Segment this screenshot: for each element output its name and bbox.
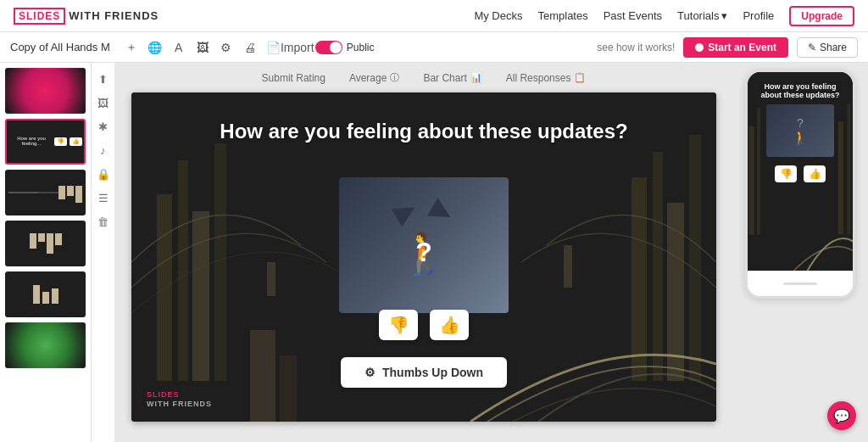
- toggle-knob: [330, 42, 342, 53]
- logo-slides: SLIDES: [14, 8, 65, 25]
- share-icon: ✎: [808, 42, 816, 53]
- public-label: Public: [347, 42, 375, 53]
- slide-thumbnails: How are you feeling... 👎👍: [0, 63, 92, 442]
- nav-past-events[interactable]: Past Events: [604, 9, 662, 22]
- tab-bar: Submit Rating Average ⓘ Bar Chart 📊 All …: [259, 70, 590, 86]
- branding-slides: SLIDES: [147, 390, 212, 400]
- thumb-inner-4: [7, 222, 84, 265]
- right-panel: How are you feeling about these updates?…: [732, 63, 868, 442]
- thumb-inner-5: [7, 273, 84, 316]
- add-icon[interactable]: ＋: [120, 36, 142, 59]
- phone-thumbs-up[interactable]: 👍: [804, 165, 826, 182]
- slide-main-image: ▶ ▶ ? 🚶: [339, 177, 509, 313]
- phone-home-indicator: [783, 283, 817, 285]
- tab-all-responses[interactable]: All Responses 📋: [503, 70, 590, 86]
- svg-rect-10: [564, 245, 572, 288]
- top-nav: SLIDES WITH FRIENDS My Decks Templates P…: [0, 0, 868, 32]
- slide-image-inner: ▶ ▶ ? 🚶: [339, 177, 509, 313]
- list-icon[interactable]: ☰: [94, 188, 113, 207]
- svg-rect-12: [280, 355, 297, 422]
- phone-thumbs-down[interactable]: 👎: [775, 165, 797, 182]
- deck-title: Copy of All Hands M: [10, 41, 110, 53]
- print-icon[interactable]: 🖨: [239, 36, 261, 59]
- start-event-button[interactable]: Start an Event: [683, 37, 788, 58]
- record-icon: [695, 43, 704, 52]
- thumbs-up-down-label-button[interactable]: ⚙ Thumbs Up Down: [341, 357, 507, 388]
- side-tools: ⬆ 🖼 ✱ ♪ 🔒 ☰ 🗑: [92, 63, 115, 442]
- thumbs-up-button[interactable]: 👍: [430, 310, 469, 340]
- image-icon[interactable]: 🖼: [192, 36, 214, 59]
- thumbnail-4[interactable]: [5, 221, 86, 266]
- nav-my-decks[interactable]: My Decks: [474, 9, 522, 22]
- logo: SLIDES WITH FRIENDS: [14, 8, 159, 25]
- thumbnail-3[interactable]: [5, 170, 86, 215]
- settings-icon[interactable]: ⚙: [215, 36, 237, 59]
- svg-rect-15: [757, 109, 760, 235]
- thumbnail-6[interactable]: [5, 322, 86, 368]
- branding-with-friends: WITH FRIENDS: [147, 400, 212, 410]
- nav-profile[interactable]: Profile: [743, 9, 774, 22]
- svg-rect-9: [267, 262, 275, 296]
- nav-tutorials[interactable]: Tutorials ▾: [677, 9, 727, 22]
- lock-icon[interactable]: 🔒: [94, 165, 113, 183]
- svg-rect-16: [838, 122, 843, 235]
- thumb-inner-3: [7, 171, 84, 214]
- slide-area: Submit Rating Average ⓘ Bar Chart 📊 All …: [115, 63, 732, 442]
- phone-preview: How are you feeling about these updates?…: [745, 70, 855, 299]
- svg-rect-4: [214, 143, 226, 381]
- slide-canvas: How are you feeling about these updates?…: [131, 92, 716, 422]
- public-toggle-container: Public: [315, 41, 375, 54]
- logo-rest: WITH FRIENDS: [69, 9, 159, 22]
- trash-icon[interactable]: 🗑: [94, 212, 113, 231]
- nav-links: My Decks Templates Past Events Tutorials…: [474, 6, 854, 26]
- phone-thumbs-buttons: 👎 👍: [775, 165, 826, 182]
- tab-submit-rating[interactable]: Submit Rating: [259, 70, 329, 86]
- thumb-inner-1: [7, 70, 84, 112]
- nav-templates[interactable]: Templates: [537, 9, 587, 22]
- import-icon[interactable]: Import: [287, 36, 309, 59]
- thumbnail-5[interactable]: [5, 271, 86, 317]
- phone-screen: How are you feeling about these updates?…: [748, 72, 853, 271]
- chat-bubble-button[interactable]: 💬: [827, 401, 856, 430]
- phone-slide-title: How are you feeling about these updates?: [748, 72, 853, 103]
- star-icon[interactable]: ✱: [94, 117, 113, 136]
- svg-rect-3: [192, 211, 209, 381]
- thumbs-down-button[interactable]: 👎: [379, 310, 418, 340]
- branding: SLIDES WITH FRIENDS: [147, 390, 212, 410]
- svg-rect-14: [748, 126, 754, 235]
- thumbnail-2[interactable]: How are you feeling... 👎👍: [5, 119, 86, 165]
- arrows-overlay: ▶ ▶: [394, 194, 453, 227]
- toolbar-left: Copy of All Hands M ＋ 🌐 A 🖼 ⚙ 🖨 📄 Import…: [10, 36, 374, 59]
- svg-rect-2: [178, 160, 188, 381]
- toolbar: Copy of All Hands M ＋ 🌐 A 🖼 ⚙ 🖨 📄 Import…: [0, 32, 868, 63]
- thumb-inner-2: How are you feeling... 👎👍: [7, 120, 84, 163]
- public-toggle[interactable]: [315, 41, 342, 54]
- slide-question-title: How are you feeling about these updates?: [220, 120, 627, 143]
- music-icon[interactable]: ♪: [94, 141, 113, 159]
- thumbs-buttons: 👎 👍: [379, 310, 469, 340]
- image-tool-icon[interactable]: 🖼: [94, 93, 113, 112]
- svg-rect-5: [632, 177, 647, 381]
- share-button[interactable]: ✎ Share: [797, 37, 858, 58]
- upload-icon[interactable]: ⬆: [94, 70, 113, 88]
- phone-bottom-bar: [748, 271, 853, 296]
- responses-icon: 📋: [574, 72, 586, 83]
- toolbar-right: see how it works! Start an Event ✎ Share: [597, 37, 858, 58]
- svg-rect-11: [250, 330, 275, 422]
- tab-average[interactable]: Average ⓘ: [346, 70, 403, 86]
- thumbnail-1[interactable]: [5, 68, 86, 114]
- upgrade-button[interactable]: Upgrade: [789, 6, 854, 26]
- see-how-text: see how it works!: [597, 42, 675, 53]
- question-mark: ?: [415, 237, 432, 268]
- emoji-icon[interactable]: 🌐: [144, 36, 166, 59]
- average-info-icon: ⓘ: [390, 71, 399, 84]
- text-icon[interactable]: A: [168, 36, 190, 59]
- svg-rect-6: [653, 152, 663, 381]
- arrow-right-icon: ▶: [426, 191, 460, 229]
- svg-rect-17: [847, 104, 850, 234]
- phone-slide-image: ? 🚶: [766, 104, 834, 157]
- tab-bar-chart[interactable]: Bar Chart 📊: [420, 70, 485, 86]
- bar-chart-icon: 📊: [470, 72, 482, 83]
- main-layout: How are you feeling... 👎👍: [0, 63, 868, 442]
- gear-icon: ⚙: [364, 366, 376, 379]
